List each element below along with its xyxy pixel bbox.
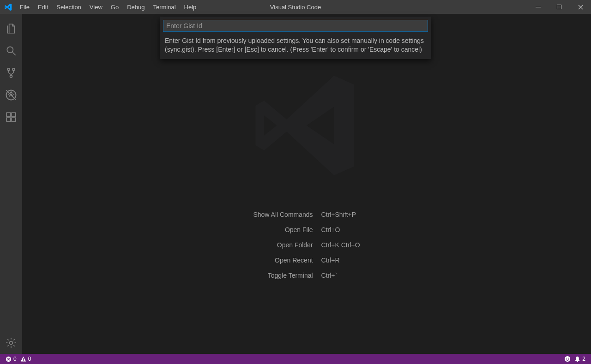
svg-rect-15	[23, 358, 24, 360]
svg-point-2	[7, 47, 13, 53]
titlebar: File Edit Selection View Go Debug Termin…	[0, 0, 591, 14]
explorer-icon[interactable]	[0, 18, 22, 40]
svg-point-4	[7, 68, 10, 71]
status-notifications[interactable]: 2	[573, 356, 587, 362]
svg-point-19	[568, 358, 569, 358]
warning-icon	[20, 356, 26, 362]
shortcut-label: Show All Commands	[253, 211, 313, 218]
status-feedback[interactable]	[562, 356, 573, 362]
menu-debug[interactable]: Debug	[123, 0, 149, 14]
workbench: Show All Commands Ctrl+Shift+P Open File…	[0, 14, 591, 354]
menu-bar: File Edit Selection View Go Debug Termin…	[16, 0, 200, 14]
shortcut-label: Open Folder	[253, 241, 313, 249]
svg-rect-9	[6, 113, 11, 117]
shortcut-label: Toggle Terminal	[253, 272, 313, 279]
minimize-button[interactable]	[527, 0, 549, 14]
window-controls	[527, 0, 591, 14]
shortcut-label: Open Recent	[253, 257, 313, 264]
vscode-icon	[4, 3, 12, 11]
close-icon	[578, 5, 583, 10]
watermark: Show All Commands Ctrl+Shift+P Open File…	[244, 89, 369, 279]
bell-icon	[574, 356, 580, 362]
activity-bar	[0, 14, 22, 354]
status-bar: 0 0 2	[0, 354, 591, 364]
maximize-button[interactable]	[549, 0, 570, 14]
editor-area: Show All Commands Ctrl+Shift+P Open File…	[22, 14, 591, 354]
gist-id-input[interactable]	[163, 20, 428, 32]
svg-rect-0	[536, 7, 541, 7]
menu-view[interactable]: View	[85, 0, 107, 14]
smiley-icon	[564, 356, 571, 362]
svg-line-3	[12, 52, 16, 55]
shortcut-key: Ctrl+Shift+P	[321, 211, 360, 218]
vscode-watermark-logo	[244, 63, 369, 188]
menu-file[interactable]: File	[16, 0, 34, 14]
menu-help[interactable]: Help	[180, 0, 201, 14]
svg-point-17	[565, 356, 570, 362]
shortcut-key: Ctrl+O	[321, 226, 360, 233]
shortcut-list: Show All Commands Ctrl+Shift+P Open File…	[253, 211, 360, 279]
svg-rect-1	[557, 5, 561, 9]
svg-point-13	[10, 341, 13, 345]
scm-icon[interactable]	[0, 62, 22, 84]
menu-go[interactable]: Go	[107, 0, 123, 14]
svg-point-6	[10, 75, 12, 78]
svg-point-5	[12, 68, 15, 71]
extensions-icon[interactable]	[0, 106, 22, 128]
quick-input-panel: Enter Gist Id from previously uploaded s…	[160, 17, 431, 59]
svg-rect-16	[23, 360, 24, 360]
svg-point-8	[10, 92, 12, 95]
svg-rect-11	[12, 118, 16, 122]
settings-gear-icon[interactable]	[0, 332, 22, 354]
notification-count: 2	[582, 356, 585, 362]
menu-terminal[interactable]: Terminal	[149, 0, 180, 14]
quick-input-hint: Enter Gist Id from previously uploaded s…	[160, 35, 431, 59]
debug-icon[interactable]	[0, 84, 22, 106]
shortcut-key: Ctrl+`	[321, 272, 360, 279]
menu-selection[interactable]: Selection	[52, 0, 85, 14]
shortcut-key: Ctrl+R	[321, 257, 360, 264]
search-icon[interactable]	[0, 40, 22, 62]
warning-count: 0	[28, 356, 31, 362]
maximize-icon	[557, 5, 561, 9]
shortcut-label: Open File	[253, 226, 313, 233]
status-problems[interactable]: 0 0	[4, 354, 33, 364]
minimize-icon	[536, 5, 541, 10]
shortcut-key: Ctrl+K Ctrl+O	[321, 241, 360, 249]
error-count: 0	[13, 356, 17, 362]
error-icon	[6, 356, 12, 362]
menu-edit[interactable]: Edit	[34, 0, 52, 14]
close-button[interactable]	[570, 0, 591, 14]
svg-point-18	[566, 358, 567, 358]
svg-rect-10	[6, 118, 11, 122]
app-icon	[0, 0, 16, 14]
svg-rect-12	[12, 113, 16, 117]
